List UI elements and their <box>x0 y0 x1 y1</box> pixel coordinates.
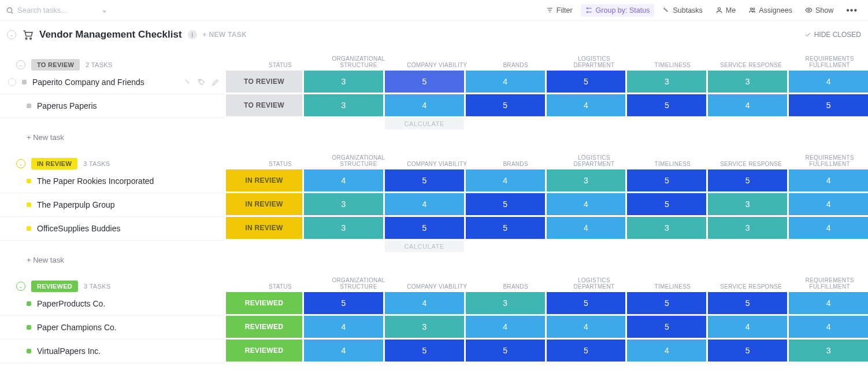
score-cell[interactable]: 3 <box>627 71 706 93</box>
task-row[interactable]: Paper Champions Co.REVIEWED4344544 <box>0 316 868 340</box>
score-cell[interactable]: 4 <box>385 193 464 215</box>
new-task-button[interactable]: + NEW TASK <box>203 31 247 39</box>
status-cell[interactable]: REVIEWED <box>226 316 302 338</box>
task-title[interactable]: Paper Champions Co. <box>37 323 117 332</box>
edit-icon[interactable] <box>212 78 220 86</box>
score-cell[interactable]: 4 <box>789 316 868 338</box>
assignees-button[interactable]: Assignees <box>744 4 797 17</box>
status-pill[interactable]: TO REVIEW <box>31 59 80 71</box>
column-header[interactable]: STATUS <box>242 158 318 169</box>
score-cell[interactable]: 4 <box>547 217 626 239</box>
score-cell[interactable]: 3 <box>304 193 383 215</box>
task-title[interactable]: Paperus Paperis <box>37 101 97 110</box>
task-name-cell[interactable]: Paperus Paperis <box>0 94 224 118</box>
column-header[interactable]: REQUIREMENTS FULFILLMENT <box>791 152 868 169</box>
score-cell[interactable]: 3 <box>708 71 787 93</box>
score-cell[interactable]: 4 <box>789 292 868 314</box>
task-title[interactable]: Paperito Company and Friends <box>32 78 144 87</box>
column-header[interactable]: ORGANIZATIONAL STRUCTURE <box>320 53 397 71</box>
column-header[interactable]: BRANDS <box>477 60 554 71</box>
status-pill[interactable]: IN REVIEW <box>31 158 77 169</box>
task-row[interactable]: PaperProducts Co.REVIEWED5435554 <box>0 292 868 316</box>
task-title[interactable]: OfficeSupplies Buddies <box>37 224 121 233</box>
task-name-cell[interactable]: PaperProducts Co. <box>0 292 224 316</box>
score-cell[interactable]: 4 <box>466 71 545 93</box>
status-cell[interactable]: REVIEWED <box>226 340 302 361</box>
column-header[interactable]: SERVICE RESPONSE <box>713 158 789 169</box>
score-cell[interactable]: 3 <box>708 217 787 239</box>
column-header[interactable]: STATUS <box>242 60 318 71</box>
search-input[interactable] <box>17 6 98 14</box>
status-cell[interactable]: TO REVIEW <box>226 94 302 116</box>
status-pill[interactable]: REVIEWED <box>31 281 78 292</box>
group-collapse-toggle[interactable]: ⌄ <box>16 60 25 69</box>
new-task-inline[interactable]: + New task <box>0 252 868 268</box>
subtask-icon[interactable] <box>184 78 192 86</box>
task-name-cell[interactable]: OfficeSupplies Buddies <box>0 217 224 241</box>
score-cell[interactable]: 5 <box>627 169 706 191</box>
column-header[interactable]: REQUIREMENTS FULFILLMENT <box>791 53 868 71</box>
column-header[interactable]: COMPANY VIABILITY <box>399 281 476 292</box>
task-title[interactable]: PaperProducts Co. <box>37 299 105 308</box>
tag-icon[interactable] <box>198 78 206 86</box>
task-title[interactable]: The Paper Rookies Incorporated <box>37 176 154 186</box>
status-cell[interactable]: REVIEWED <box>226 292 302 314</box>
score-cell[interactable]: 4 <box>385 292 464 314</box>
status-cell[interactable]: IN REVIEW <box>226 169 302 191</box>
score-cell[interactable]: 3 <box>547 169 626 191</box>
score-cell[interactable]: 3 <box>708 193 787 215</box>
task-row[interactable]: Paperus PaperisTO REVIEW3454545 <box>0 94 868 118</box>
new-task-inline[interactable]: + New task <box>0 130 868 145</box>
score-cell[interactable]: 5 <box>304 292 383 314</box>
chevron-down-icon[interactable]: ⌄ <box>102 6 107 14</box>
row-select-circle[interactable] <box>8 78 16 86</box>
column-header[interactable]: BRANDS <box>477 158 554 169</box>
score-cell[interactable]: 4 <box>304 169 383 191</box>
subtasks-button[interactable]: Subtasks <box>658 4 707 17</box>
show-button[interactable]: Show <box>800 4 838 17</box>
task-title[interactable]: VirtualPapers Inc. <box>37 346 101 356</box>
task-row[interactable]: The Paperpulp GroupIN REVIEW3454534 <box>0 193 868 217</box>
info-icon[interactable]: i <box>188 30 197 39</box>
score-cell[interactable]: 5 <box>385 169 464 191</box>
status-cell[interactable]: IN REVIEW <box>226 217 302 239</box>
task-title[interactable]: The Paperpulp Group <box>37 200 115 209</box>
column-header[interactable]: ORGANIZATIONAL STRUCTURE <box>320 152 397 169</box>
group-collapse-toggle[interactable]: ⌄ <box>16 282 25 291</box>
column-header[interactable]: SERVICE RESPONSE <box>713 281 789 292</box>
score-cell[interactable]: 4 <box>385 94 464 116</box>
score-cell[interactable]: 4 <box>304 316 383 338</box>
column-header[interactable]: COMPANY VIABILITY <box>399 60 476 71</box>
score-cell[interactable]: 5 <box>627 94 706 116</box>
score-cell[interactable]: 5 <box>466 217 545 239</box>
score-cell[interactable]: 4 <box>627 340 706 361</box>
score-cell[interactable]: 5 <box>627 292 706 314</box>
score-cell[interactable]: 5 <box>547 71 626 93</box>
score-cell[interactable]: 5 <box>627 193 706 215</box>
task-row[interactable]: VirtualPapers Inc.REVIEWED4555453 <box>0 340 868 363</box>
column-header[interactable]: BRANDS <box>477 281 554 292</box>
status-cell[interactable]: TO REVIEW <box>226 71 302 93</box>
score-cell[interactable]: 5 <box>708 169 787 191</box>
status-cell[interactable]: IN REVIEW <box>226 193 302 215</box>
score-cell[interactable]: 5 <box>385 71 464 93</box>
task-name-cell[interactable]: The Paperpulp Group <box>0 193 224 217</box>
score-cell[interactable]: 5 <box>466 193 545 215</box>
score-cell[interactable]: 5 <box>547 292 626 314</box>
column-header[interactable]: STATUS <box>242 281 318 292</box>
score-cell[interactable]: 3 <box>385 316 464 338</box>
score-cell[interactable]: 5 <box>627 316 706 338</box>
column-header[interactable]: SERVICE RESPONSE <box>713 60 789 71</box>
score-cell[interactable]: 3 <box>304 71 383 93</box>
column-header[interactable]: COMPANY VIABILITY <box>399 158 476 169</box>
score-cell[interactable]: 5 <box>708 292 787 314</box>
column-header[interactable]: LOGISTICS DEPARTMENT <box>556 275 633 292</box>
score-cell[interactable]: 4 <box>789 217 868 239</box>
column-header[interactable]: ORGANIZATIONAL STRUCTURE <box>320 275 397 292</box>
group-collapse-toggle[interactable]: ⌄ <box>16 159 25 168</box>
score-cell[interactable]: 4 <box>547 94 626 116</box>
score-cell[interactable]: 4 <box>547 193 626 215</box>
score-cell[interactable]: 4 <box>708 316 787 338</box>
score-cell[interactable]: 3 <box>789 340 868 361</box>
column-header[interactable]: REQUIREMENTS FULFILLMENT <box>791 275 868 292</box>
